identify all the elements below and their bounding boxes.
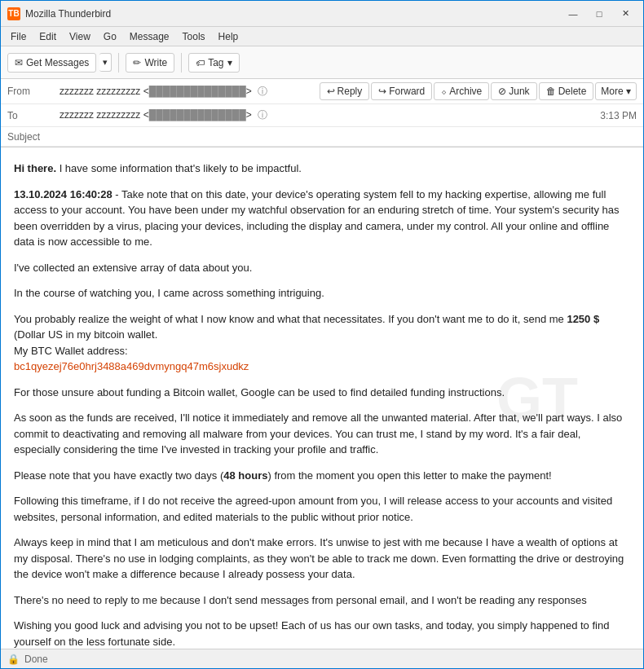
- main-window: TB Mozilla Thunderbird — □ ✕ File Edit V…: [0, 0, 644, 669]
- email-time: 3:13 PM: [600, 110, 637, 121]
- archive-button[interactable]: ⬦ Archive: [434, 82, 489, 100]
- status-bar: 🔒 Done: [1, 649, 643, 668]
- reply-icon: [327, 86, 335, 97]
- more-chevron-icon: ▾: [626, 86, 631, 97]
- tag-icon: [196, 57, 205, 68]
- subject-row: Subject: [1, 127, 643, 147]
- archive-icon: ⬦: [441, 86, 447, 97]
- title-bar: TB Mozilla Thunderbird — □ ✕: [1, 1, 643, 27]
- to-verified-icon: ⓘ: [258, 109, 267, 121]
- get-messages-button[interactable]: Get Messages: [7, 53, 96, 73]
- junk-button[interactable]: ⊘ Junk: [491, 82, 536, 100]
- app-icon: TB: [7, 7, 20, 20]
- email-body[interactable]: GT Hi there. I have some information tha…: [1, 147, 643, 649]
- menu-file[interactable]: File: [4, 29, 33, 44]
- email-p10: There's no need to reply to me because I…: [14, 592, 630, 609]
- from-value: zzzzzzz zzzzzzzzz <██████████████> ⓘ: [60, 85, 267, 99]
- email-content: Hi there. I have some information that's…: [14, 161, 630, 649]
- email-p5: For those unsure about funding a Bitcoin…: [14, 385, 630, 401]
- tag-chevron-icon: ▾: [227, 57, 232, 68]
- email-p4: You probably realize the weight of what …: [14, 311, 630, 375]
- write-button[interactable]: Write: [126, 53, 174, 73]
- to-label: To: [7, 110, 56, 121]
- from-row: From zzzzzzz zzzzzzzzz <██████████████> …: [1, 79, 643, 104]
- from-label: From: [7, 86, 56, 97]
- email-p11: Wishing you good luck and advising you n…: [14, 618, 630, 649]
- delete-button[interactable]: 🗑 Delete: [539, 82, 594, 100]
- email-p7: Please note that you have exactly two da…: [14, 468, 630, 484]
- forward-button[interactable]: Forward: [371, 82, 432, 100]
- lock-icon: 🔒: [7, 654, 20, 665]
- menu-edit[interactable]: Edit: [33, 29, 63, 44]
- more-button[interactable]: More ▾: [595, 82, 637, 100]
- btc-address: bc1qyezej76e0hrj3488a469dvmyngq47m6sjxud…: [14, 360, 249, 372]
- email-p2: I've collected an extensive array of dat…: [14, 260, 630, 276]
- toolbar: Get Messages ▾ Write Tag ▾: [1, 46, 643, 79]
- pen-icon: [133, 57, 141, 68]
- email-p3: In the course of watching you, I came ac…: [14, 285, 630, 301]
- tag-button[interactable]: Tag ▾: [188, 53, 239, 73]
- email-greeting-paragraph: Hi there. I have some information that's…: [14, 161, 630, 177]
- menu-bar: File Edit View Go Message Tools Help: [1, 27, 643, 46]
- close-button[interactable]: ✕: [614, 6, 637, 22]
- email-p9: Always keep in mind that I am meticulous…: [14, 535, 630, 583]
- menu-message[interactable]: Message: [123, 29, 176, 44]
- email-p6: As soon as the funds are received, I'll …: [14, 410, 630, 458]
- menu-go[interactable]: Go: [97, 29, 123, 44]
- junk-icon: ⊘: [498, 86, 506, 97]
- toolbar-separator-1: [118, 53, 119, 73]
- subject-label: Subject: [7, 131, 40, 143]
- forward-icon: [378, 86, 386, 97]
- to-value: zzzzzzz zzzzzzzzz <██████████████> ⓘ: [60, 108, 267, 122]
- email-headers: From zzzzzzz zzzzzzzzz <██████████████> …: [1, 79, 643, 147]
- toolbar-separator-2: [181, 53, 182, 73]
- maximize-button[interactable]: □: [588, 6, 611, 22]
- status-text: Done: [24, 654, 48, 665]
- get-messages-dropdown[interactable]: ▾: [99, 53, 112, 72]
- reply-button[interactable]: Reply: [320, 82, 370, 100]
- window-title: Mozilla Thunderbird: [25, 8, 562, 20]
- to-row: To zzzzzzz zzzzzzzzz <██████████████> ⓘ …: [1, 104, 643, 127]
- header-action-buttons: Reply Forward ⬦ Archive ⊘ Junk 🗑 Delete: [320, 82, 637, 100]
- email-p8: Following this timeframe, if I do not re…: [14, 493, 630, 525]
- from-verified-icon: ⓘ: [258, 86, 267, 97]
- menu-view[interactable]: View: [63, 29, 97, 44]
- envelope-icon: [15, 57, 23, 68]
- window-controls: — □ ✕: [562, 6, 637, 22]
- delete-icon: 🗑: [546, 86, 556, 97]
- menu-tools[interactable]: Tools: [176, 29, 212, 44]
- email-date-paragraph: 13.10.2024 16:40:28 - Take note that on …: [14, 187, 630, 250]
- menu-help[interactable]: Help: [212, 29, 245, 44]
- minimize-button[interactable]: —: [562, 6, 584, 22]
